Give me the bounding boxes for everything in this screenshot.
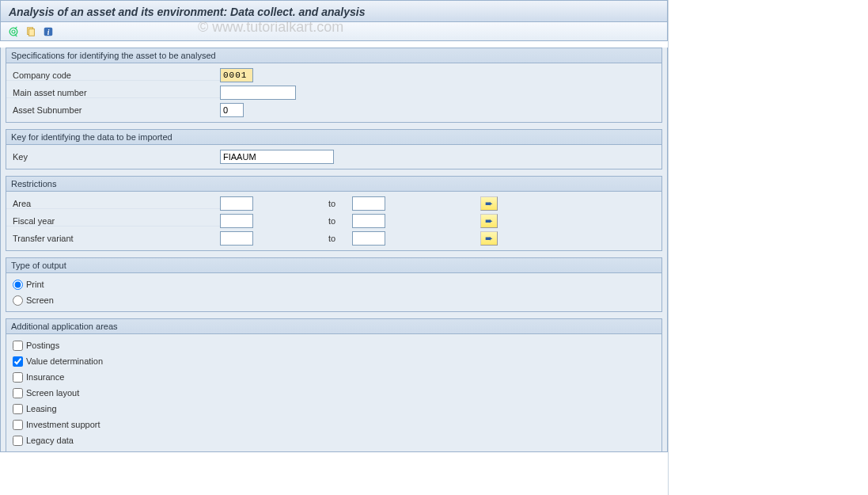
- postings-checkbox[interactable]: [13, 341, 23, 351]
- area-multiple-selection-button[interactable]: ➨: [480, 196, 498, 211]
- list-item[interactable]: Legacy data: [6, 432, 661, 448]
- variant-icon[interactable]: [25, 25, 37, 38]
- list-item[interactable]: Value determination: [6, 353, 661, 369]
- checkbox-label: Screen layout: [26, 388, 79, 398]
- output-print-row[interactable]: Print: [6, 276, 661, 292]
- transfer-variant-multiple-selection-button[interactable]: ➨: [480, 231, 498, 246]
- list-item[interactable]: Postings: [6, 337, 661, 353]
- group-caption: Key for identifying the data to be impor…: [6, 130, 661, 145]
- screen-layout-checkbox[interactable]: [13, 388, 23, 398]
- fiscal-year-label: Fiscal year: [6, 216, 220, 227]
- group-caption: Additional application areas: [6, 319, 661, 334]
- group-key: Key for identifying the data to be impor…: [6, 129, 662, 169]
- transfer-variant-to-input[interactable]: [352, 231, 385, 246]
- output-print-radio[interactable]: [13, 280, 23, 290]
- checkbox-label: Investment support: [26, 420, 100, 429]
- leasing-checkbox[interactable]: [13, 404, 23, 414]
- output-screen-row[interactable]: Screen: [6, 292, 661, 308]
- list-item[interactable]: Insurance: [6, 369, 661, 385]
- list-item[interactable]: Screen layout: [6, 385, 661, 401]
- fiscal-year-from-input[interactable]: [220, 214, 253, 228]
- arrow-right-icon: ➨: [485, 199, 493, 208]
- asset-sub-label: Asset Subnumber: [6, 105, 220, 115]
- svg-point-1: [12, 29, 15, 32]
- checkbox-label: Insurance: [26, 372, 64, 382]
- value-determination-checkbox[interactable]: [13, 356, 23, 367]
- fiscal-year-multiple-selection-button[interactable]: ➨: [480, 214, 498, 228]
- fiscal-year-to-input[interactable]: [352, 214, 385, 228]
- to-label: to: [328, 234, 352, 243]
- svg-rect-5: [28, 29, 34, 36]
- output-screen-label: Screen: [26, 295, 54, 305]
- insurance-checkbox[interactable]: [13, 372, 23, 383]
- investment-support-checkbox[interactable]: [13, 420, 23, 430]
- info-icon[interactable]: i: [42, 25, 55, 38]
- output-screen-radio[interactable]: [13, 295, 23, 306]
- company-code-label: Company code: [6, 70, 220, 81]
- group-output-type: Type of output Print Screen: [6, 257, 662, 312]
- list-item[interactable]: Investment support: [6, 417, 661, 432]
- execute-icon[interactable]: [7, 25, 20, 38]
- group-caption: Type of output: [6, 258, 661, 273]
- output-print-label: Print: [26, 280, 44, 289]
- svg-point-0: [9, 28, 17, 36]
- group-restrictions: Restrictions Area to ➨ Fiscal year to ➨: [6, 176, 662, 251]
- checkbox-label: Leasing: [26, 404, 57, 413]
- area-to-input[interactable]: [352, 196, 385, 211]
- title-bar: Analysis of an asset and its environment…: [0, 0, 668, 22]
- arrow-right-icon: ➨: [485, 234, 493, 243]
- page-title: Analysis of an asset and its environment…: [9, 6, 365, 18]
- checkbox-label: Legacy data: [26, 436, 74, 445]
- to-label: to: [328, 216, 352, 226]
- application-toolbar: i © www.tutorialkart.com: [0, 22, 668, 41]
- group-specifications: Specifications for identifying the asset…: [6, 48, 662, 123]
- arrow-right-icon: ➨: [485, 216, 493, 226]
- company-code-input[interactable]: [220, 68, 253, 82]
- key-input[interactable]: [220, 150, 334, 164]
- key-label: Key: [6, 152, 220, 162]
- area-from-input[interactable]: [220, 196, 253, 211]
- checkbox-label: Postings: [26, 341, 59, 350]
- svg-text:i: i: [47, 27, 50, 36]
- area-label: Area: [6, 199, 220, 209]
- legacy-data-checkbox[interactable]: [13, 436, 23, 446]
- transfer-variant-from-input[interactable]: [220, 231, 253, 246]
- group-caption: Restrictions: [6, 177, 661, 192]
- transfer-variant-label: Transfer variant: [6, 234, 220, 243]
- checkbox-label: Value determination: [26, 356, 103, 366]
- to-label: to: [328, 199, 352, 208]
- group-additional-areas: Additional application areas Postings Va…: [6, 318, 662, 451]
- list-item[interactable]: Leasing: [6, 401, 661, 417]
- watermark-text: © www.tutorialkart.com: [198, 19, 343, 36]
- asset-sub-input[interactable]: [220, 103, 244, 117]
- main-asset-input[interactable]: [220, 86, 296, 100]
- group-caption: Specifications for identifying the asset…: [6, 48, 661, 63]
- main-asset-label: Main asset number: [6, 88, 220, 98]
